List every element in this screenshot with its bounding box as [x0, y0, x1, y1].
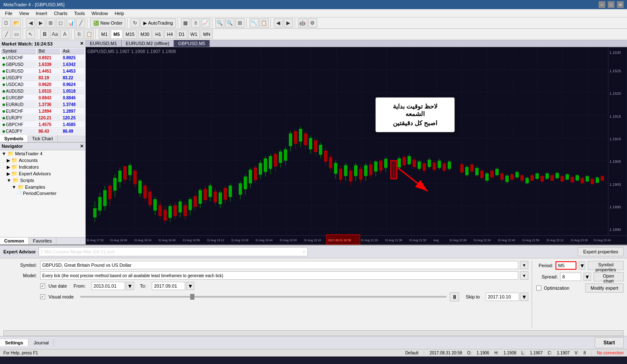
open-btn[interactable]: 📂 [12, 18, 21, 28]
market-watch-row[interactable]: USDJPY83.1983.22 [1, 75, 84, 81]
period-m5[interactable]: M5 [111, 30, 122, 39]
scroll-left-btn[interactable]: ◀ [274, 18, 283, 28]
period-h4[interactable]: H4 [164, 30, 175, 39]
back-btn[interactable]: ◀ [26, 18, 35, 28]
market-watch-row[interactable]: AUDUSD1.05151.0518 [1, 88, 84, 94]
cursor-btn[interactable]: ↖ [26, 30, 35, 39]
period-m30[interactable]: M30 [138, 30, 152, 39]
chart-canvas[interactable]: GBPUSD,M5 1.1907 1.1908 1.1907 1.1908 [86, 47, 627, 245]
draw-line-btn[interactable]: ╱ [2, 30, 11, 39]
bar-chart-btn[interactable]: ▦ [181, 18, 190, 28]
nav-metatrader4[interactable]: ▼ 📁 MetaTrader 4 [0, 150, 85, 157]
grid-btn[interactable]: ⊞ [235, 18, 245, 28]
skip-to-input[interactable] [486, 293, 519, 301]
tab-settings[interactable]: Settings [0, 339, 28, 346]
nav-indicators[interactable]: ▶ 📁 Indicators [0, 164, 85, 170]
chart-tab-eurusd-m1[interactable]: EURUSD,M1 [86, 40, 122, 47]
spread-expand-button[interactable]: ▼ [584, 273, 591, 281]
to-calendar-button[interactable]: ▼ [186, 282, 194, 290]
symbol-input[interactable] [40, 261, 518, 269]
market-watch-row[interactable]: GBPUSD1.63391.6342 [1, 62, 84, 68]
period-h1[interactable]: H1 [153, 30, 163, 39]
zoom-minus-btn[interactable]: 🔍 [225, 18, 234, 28]
bold-btn[interactable]: B [40, 30, 49, 39]
period-d1[interactable]: D1 [176, 30, 187, 39]
tab-journal[interactable]: Journal [28, 339, 54, 346]
tab-common[interactable]: Common [0, 238, 29, 244]
tab-favorites[interactable]: Favorites [29, 238, 56, 244]
slider-handle[interactable] [190, 294, 194, 300]
zoom-plus-btn[interactable]: 🔍 [215, 18, 224, 28]
period-m15[interactable]: M15 [123, 30, 137, 39]
paste-btn[interactable]: 📋 [84, 30, 94, 39]
model-input[interactable] [40, 271, 518, 280]
nav-accounts[interactable]: ▶ 📁 Accounts [0, 157, 85, 164]
period-expand-button[interactable]: ▼ [579, 261, 585, 270]
market-watch-close-icon[interactable]: ✕ [80, 41, 84, 46]
market-watch-row[interactable]: EURAUD1.37361.3748 [1, 102, 84, 108]
period-mn[interactable]: MN [201, 30, 213, 39]
fwd-btn[interactable]: ▶ [36, 18, 45, 28]
market-watch-row[interactable]: USDCAD0.96200.9624 [1, 82, 84, 88]
scroll-right-btn[interactable]: ▶ [284, 18, 293, 28]
market-watch-row[interactable]: GBPCHF1.45751.4585 [1, 122, 84, 128]
navigator-close-icon[interactable]: ✕ [80, 144, 84, 149]
draw-rect-btn[interactable]: ▭ [12, 30, 21, 39]
ea-dropdown[interactable]: 2 MA Crosses Mega filter EA V1.ex4 ▼ [38, 247, 308, 256]
maximize-button[interactable]: □ [608, 1, 614, 8]
copy-btn[interactable]: ⎘ [74, 30, 84, 39]
zoom-in-btn[interactable]: ⊞ [46, 18, 55, 28]
model-expand-button[interactable]: ▼ [520, 271, 528, 280]
skip-calendar-button[interactable]: ▼ [520, 293, 528, 301]
open-chart-button[interactable]: Open chart [594, 272, 624, 281]
speed-slider[interactable] [80, 296, 446, 298]
from-calendar-button[interactable]: ▼ [126, 282, 134, 290]
period-w1[interactable]: W1 [188, 30, 200, 39]
tab-tick-chart[interactable]: Tick Chart [28, 135, 58, 142]
nav-scripts[interactable]: ▼ 📁 Scripts [0, 177, 85, 184]
tab-symbols[interactable]: Symbols [0, 135, 28, 142]
line-btn[interactable]: ╱ [76, 18, 85, 28]
format-btn[interactable]: Aa [50, 30, 59, 39]
market-watch-row[interactable]: USDCHF0.89210.8925 [1, 55, 84, 61]
modify-expert-button[interactable]: Modify expert [585, 283, 624, 293]
text-btn[interactable]: A [60, 30, 69, 39]
symbol-expand-button[interactable]: ▼ [520, 261, 528, 269]
zoom-out-btn[interactable]: ◻ [56, 18, 65, 28]
expert-btn[interactable]: 🤖 [298, 18, 307, 28]
settings-btn[interactable]: ⚙ [308, 18, 317, 28]
menu-window[interactable]: Window [88, 9, 111, 17]
minimize-button[interactable]: ─ [599, 1, 605, 8]
to-date-input[interactable] [152, 282, 185, 290]
nav-expert-advisors[interactable]: ▶ 📁 Expert Advisors [0, 170, 85, 177]
menu-file[interactable]: File [2, 9, 16, 17]
symbol-properties-button[interactable]: Symbol properties [588, 261, 624, 270]
market-watch-row[interactable]: EURJPY120.21120.25 [1, 115, 84, 121]
chart-btn[interactable]: 📊 [66, 18, 75, 28]
market-watch-row[interactable]: EURCHF1.28941.2897 [1, 109, 84, 114]
period-input[interactable] [556, 261, 576, 270]
menu-insert[interactable]: Insert [32, 9, 51, 17]
menu-help[interactable]: Help [111, 9, 127, 17]
new-order-button[interactable]: 💹 New Order [90, 18, 125, 28]
candle-btn[interactable]: 🕯 [191, 18, 200, 28]
start-button[interactable]: Start [595, 337, 624, 348]
new-btn[interactable]: 🗋 [2, 18, 11, 28]
menu-view[interactable]: View [16, 9, 33, 17]
market-watch-row[interactable]: CADJPY86.4386.49 [1, 129, 84, 134]
from-date-input[interactable] [92, 282, 125, 290]
menu-charts[interactable]: Charts [51, 9, 71, 17]
templates-btn[interactable]: 📋 [260, 18, 269, 28]
indicators-btn[interactable]: 📉 [250, 18, 259, 28]
auto-trading-button[interactable]: ▶ AutoTrading [140, 18, 176, 28]
visual-mode-checkbox[interactable] [40, 294, 45, 299]
menu-tools[interactable]: Tools [71, 9, 88, 17]
line-chart-btn[interactable]: 📈 [201, 18, 210, 28]
market-watch-row[interactable]: EURUSD1.44511.4453 [1, 68, 84, 74]
chart-tab-gbpusd-m5[interactable]: GBPUSD,M5 [174, 40, 210, 47]
nav-examples[interactable]: ▼ 📁 Examples [0, 184, 85, 190]
use-date-checkbox[interactable] [40, 283, 45, 288]
optimization-checkbox[interactable] [536, 286, 541, 291]
close-button[interactable]: ✕ [617, 1, 624, 8]
period-m1[interactable]: M1 [99, 30, 110, 39]
